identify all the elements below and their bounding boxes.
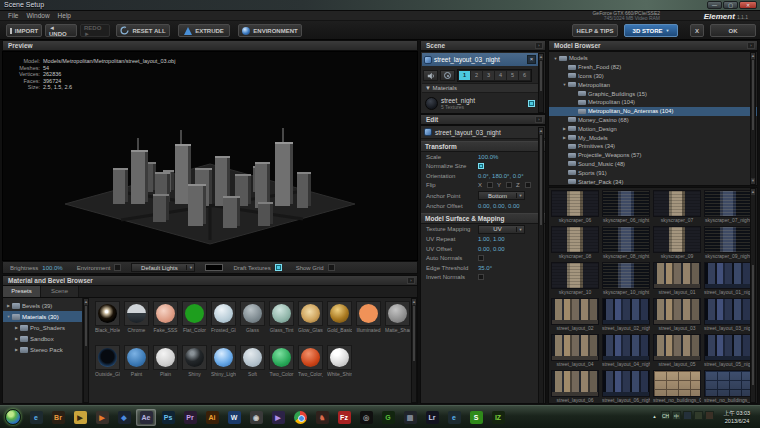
lightroom-icon[interactable]: Lr (422, 409, 442, 426)
premiere-icon[interactable]: Pr (180, 409, 200, 426)
scene-item-selected[interactable]: street_layout_03_night × (422, 53, 538, 66)
model-thumb[interactable]: skyscraper_06_night (602, 190, 650, 223)
model-tree-item[interactable]: Fresh_Food (82) (549, 63, 757, 72)
adobe-bridge-icon[interactable]: Br (48, 409, 68, 426)
environment-checkbox[interactable] (114, 264, 121, 271)
material-sphere-thumb[interactable] (298, 345, 323, 370)
material-tree-item[interactable]: ▶ Sandbox (3, 333, 82, 344)
edge-threshold-value[interactable]: 35.0° (478, 265, 492, 271)
material-sphere-thumb[interactable] (153, 345, 178, 370)
model-thumb-image[interactable] (551, 226, 599, 253)
material-swatch[interactable]: Shiny (182, 345, 207, 377)
tray-ime-icon[interactable]: 中 (672, 411, 681, 420)
tray-language-ch-icon[interactable]: CH (661, 411, 670, 420)
anchor-offset-value[interactable]: 0.00, 0.00, 0.00 (478, 203, 520, 209)
tray-volume-icon[interactable] (694, 411, 703, 420)
model-thumb-image[interactable] (602, 262, 650, 289)
scale-value[interactable]: 100.0% (478, 154, 498, 160)
tray-hidden-icons-button[interactable]: ▴ (650, 411, 659, 420)
model-thumb-image[interactable] (653, 190, 701, 217)
tree-arrow-icon[interactable]: ▼ (561, 82, 568, 87)
material-swatch[interactable]: Glow_Glass (298, 301, 323, 333)
material-sphere-thumb[interactable] (385, 301, 410, 326)
material-swatch[interactable]: Gold_Basic (327, 301, 352, 333)
sogou-input-icon[interactable]: S (466, 409, 486, 426)
material-swatch[interactable]: Black_Hole (95, 301, 120, 333)
model-tree-item[interactable]: ▶ My_Models (549, 133, 757, 142)
material-sphere-thumb[interactable] (356, 301, 381, 326)
background-color-swatch[interactable] (205, 264, 223, 271)
material-sphere-thumb[interactable] (269, 301, 294, 326)
taskbar-clock[interactable]: 上午 03:03 2013/6/24 (716, 409, 758, 425)
material-swatch[interactable]: Paint (124, 345, 149, 377)
material-tree-item[interactable]: ▶ Bevels (39) (3, 300, 82, 311)
model-thumb-image[interactable] (602, 298, 650, 325)
material-sphere-thumb[interactable] (182, 301, 207, 326)
illustrator-icon[interactable]: Ai (202, 409, 222, 426)
internet-explorer-icon[interactable]: e (26, 409, 46, 426)
material-swatch[interactable]: Flat_Color (182, 301, 207, 333)
material-swatch[interactable]: Two_Color (269, 345, 294, 377)
material-sphere-thumb[interactable] (327, 345, 352, 370)
panel-menu-button[interactable]: › (535, 42, 543, 49)
panel-menu-button[interactable]: › (747, 42, 755, 49)
material-enabled-checkbox[interactable] (528, 100, 535, 107)
ok-button[interactable]: OK (710, 24, 756, 37)
scroll-up-icon[interactable]: ▲ (412, 299, 416, 305)
flip-z-checkbox[interactable] (525, 182, 531, 188)
scroll-thumb[interactable] (752, 265, 754, 385)
material-sphere-thumb[interactable] (211, 301, 236, 326)
material-sphere-thumb[interactable] (153, 301, 178, 326)
filezilla-icon[interactable]: Fz (334, 409, 354, 426)
panel-menu-button[interactable]: › (535, 116, 543, 123)
model-thumb-image[interactable] (653, 262, 701, 289)
material-sphere-thumb[interactable] (240, 345, 265, 370)
material-swatch[interactable]: White_Shiny (327, 345, 352, 377)
material-swatch[interactable]: Frosted_Glass (211, 301, 236, 333)
3d-store-button[interactable]: 3D STORE ▼ (624, 24, 678, 37)
scroll-up-icon[interactable]: ▲ (84, 299, 88, 305)
model-thumb[interactable]: skyscraper_07 (653, 190, 701, 223)
scene-material-row[interactable]: street_night 5 Textures (422, 94, 538, 113)
material-tree-item[interactable]: ▶ Stereo Pack (3, 344, 82, 355)
flip-x-checkbox[interactable] (487, 182, 493, 188)
model-thumb[interactable]: skyscraper_06 (551, 190, 599, 223)
edit-item[interactable]: street_layout_03_night (421, 126, 545, 139)
model-thumb[interactable]: skyscraper_09_night (704, 226, 752, 259)
material-swatch[interactable]: Glass_Tint (269, 301, 294, 333)
remove-item-button[interactable]: × (527, 55, 536, 64)
material-grid-scrollbar[interactable]: ▲ (411, 298, 417, 403)
tree-arrow-icon[interactable]: ▼ (552, 56, 559, 61)
material-swatch[interactable]: Plain (153, 345, 178, 377)
model-tree-item[interactable]: Metropolitan_No_Antennas (104) (549, 107, 757, 116)
start-button[interactable] (5, 409, 21, 425)
model-thumb[interactable]: street_layout_02_night (602, 298, 650, 331)
tree-arrow-icon[interactable]: ▶ (13, 336, 20, 341)
material-sphere-thumb[interactable] (327, 301, 352, 326)
internet-explorer-2-icon[interactable]: e (444, 409, 464, 426)
media-play-app-icon[interactable]: ▶ (92, 409, 112, 426)
orientation-value[interactable]: 0.0°, 180.0°, 0.0° (478, 173, 524, 179)
rotate-button[interactable] (440, 70, 455, 81)
brightness-value[interactable]: 100.0% (42, 265, 62, 271)
scroll-up-icon[interactable]: ▲ (751, 53, 755, 59)
model-tree-item[interactable]: Money_Casino (68) (549, 116, 757, 125)
tree-arrow-icon[interactable]: ▶ (13, 325, 20, 330)
model-tree-item[interactable]: Primitives (34) (549, 142, 757, 151)
tree-arrow-icon[interactable]: ▶ (5, 303, 12, 308)
model-thumb[interactable]: street_layout_05 (653, 334, 701, 367)
model-thumb-image[interactable] (653, 298, 701, 325)
lens-app-icon[interactable]: ◎ (356, 409, 376, 426)
texture-mapping-dropdown[interactable]: UV ▼ (478, 225, 525, 234)
model-thumb[interactable]: street_layout_06 (551, 370, 599, 403)
scroll-thumb[interactable] (413, 306, 415, 361)
console-app-icon[interactable]: ▤ (400, 409, 420, 426)
group-button[interactable]: 5 (507, 71, 518, 80)
speaker-button[interactable] (423, 70, 438, 81)
movie-app-icon[interactable]: ▶ (70, 409, 90, 426)
group-button[interactable]: 4 (495, 71, 506, 80)
model-thumb[interactable]: skyscraper_08 (551, 226, 599, 259)
material-swatch[interactable]: Two_Color_Re (298, 345, 323, 377)
tree-arrow-icon[interactable]: ▶ (561, 135, 568, 140)
group-button[interactable]: 6 (519, 71, 530, 80)
